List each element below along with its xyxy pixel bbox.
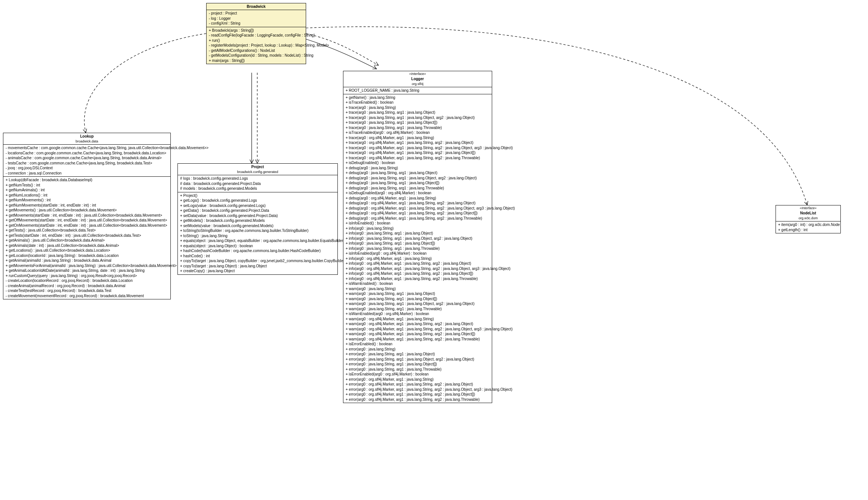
- class-lookup: Lookup broadwick.data - movementsCache :…: [3, 133, 171, 299]
- member-row: + getOnMovements(startDate : int, endDat…: [6, 223, 168, 228]
- member-row: + getLogs() : broadwick.config.generated…: [180, 198, 335, 203]
- methods-section: + Project()+ getLogs() : broadwick.confi…: [178, 192, 337, 274]
- member-row: + info(arg0 : java.lang.String, arg1 : j…: [346, 241, 490, 246]
- member-row: + error(arg0 : java.lang.String, arg1 : …: [346, 367, 490, 372]
- member-row: + isTraceEnabled() : boolean: [346, 100, 490, 105]
- member-row: + trace(arg0 : org.slf4j.Marker, arg1 : …: [346, 155, 490, 161]
- member-row: - testsCache : com.google.common.cache.C…: [6, 161, 168, 166]
- class-title: Logger: [343, 76, 492, 82]
- member-row: + isTraceEnabled(arg0 : org.slf4j.Marker…: [346, 130, 490, 135]
- member-row: + trace(arg0 : java.lang.String): [346, 105, 490, 110]
- interface-logger: «Interface» Logger org.slf4j + ROOT_LOGG…: [343, 71, 492, 403]
- member-row: + warn(arg0 : java.lang.String): [346, 286, 490, 292]
- member-row: + trace(arg0 : org.slf4j.Marker, arg1 : …: [346, 140, 490, 145]
- member-row: # data : broadwick.config.generated.Proj…: [180, 181, 335, 186]
- member-row: - locationsCache : com.google.common.cac…: [6, 151, 168, 156]
- member-row: + hashCode(hashCodeBuilder : org.apache.…: [180, 248, 335, 254]
- member-row: + warn(arg0 : org.slf4j.Marker, arg1 : j…: [346, 337, 490, 342]
- member-row: + trace(arg0 : org.slf4j.Marker, arg1 : …: [346, 145, 490, 151]
- member-row: + getLocation(locationId : java.lang.Str…: [6, 253, 168, 258]
- class-package: broadwick.config.generated: [178, 170, 337, 175]
- member-row: + getNumLocations() : int: [6, 193, 168, 198]
- member-row: + warn(arg0 : java.lang.String, arg1 : j…: [346, 301, 490, 306]
- member-row: + warn(arg0 : java.lang.String, arg1 : j…: [346, 291, 490, 296]
- member-row: - createTest(testRecord : org.jooq.Recor…: [6, 288, 168, 293]
- member-row: - createAnimal(animalRecord : org.jooq.R…: [6, 283, 168, 289]
- member-row: + main(args : String[]): [209, 58, 304, 63]
- class-broadwick: Broadwick - project : Project- log : Log…: [206, 3, 306, 64]
- member-row: + debug(arg0 : org.slf4j.Marker, arg1 : …: [346, 216, 490, 221]
- member-row: + equals(object : java.lang.Object) : bo…: [180, 243, 335, 249]
- stereotype: «Interface»: [776, 205, 840, 210]
- member-row: + debug(arg0 : java.lang.String, arg1 : …: [346, 170, 490, 176]
- interface-nodelist: «Interface» NodeList org.w3c.dom + item(…: [776, 205, 841, 233]
- member-row: + info(arg0 : java.lang.String, arg1 : j…: [346, 231, 490, 236]
- member-row: + setData(value : broadwick.config.gener…: [180, 213, 335, 218]
- member-row: + error(arg0 : java.lang.String, arg1 : …: [346, 362, 490, 367]
- member-row: - getAllModelConfigurations() : NodeList: [209, 48, 304, 53]
- member-row: + createCopy() : java.lang.Object: [180, 268, 335, 274]
- member-row: + getMovements(startDate : int, endDate …: [6, 213, 168, 218]
- member-row: + getTests() : java.util.Collection<broa…: [6, 228, 168, 233]
- member-row: # models : broadwick.config.generated.Mo…: [180, 186, 335, 191]
- methods-section: + Broadwick(args : String[])- readConfig…: [207, 27, 306, 64]
- member-row: + info(arg0 : java.lang.String, arg1 : j…: [346, 246, 490, 251]
- member-row: + equals(object : java.lang.Object, equa…: [180, 238, 335, 243]
- member-row: + warn(arg0 : org.slf4j.Marker, arg1 : j…: [346, 331, 490, 337]
- member-row: + info(arg0 : java.lang.String): [346, 226, 490, 231]
- fields-section: # logs : broadwick.config.generated.Logs…: [178, 175, 337, 192]
- member-row: + trace(arg0 : java.lang.String, arg1 : …: [346, 110, 490, 115]
- methods-section: + Lookup(dbFacade : broadwick.data.Datab…: [3, 176, 170, 299]
- member-row: + debug(arg0 : java.lang.String, arg1 : …: [346, 186, 490, 191]
- member-row: - connection : java.sql.Connection: [6, 171, 168, 176]
- member-row: + debug(arg0 : org.slf4j.Marker, arg1 : …: [346, 196, 490, 201]
- member-row: + debug(arg0 : java.lang.String, arg1 : …: [346, 180, 490, 186]
- member-row: + isWarnEnabled(arg0 : org.slf4j.Marker)…: [346, 311, 490, 317]
- methods-section: + getName() : java.lang.String+ isTraceE…: [343, 94, 492, 403]
- member-row: + runCustomQuery(query : java.lang.Strin…: [6, 273, 168, 279]
- member-row: + Project(): [180, 193, 335, 198]
- member-row: + info(arg0 : org.slf4j.Marker, arg1 : j…: [346, 276, 490, 282]
- class-title: Lookup: [3, 133, 170, 139]
- member-row: # logs : broadwick.config.generated.Logs: [180, 176, 335, 181]
- methods-section: + item(arg0 : int) : org.w3c.dom.Node+ g…: [776, 221, 840, 233]
- member-row: - registerModels(project : Project, look…: [209, 43, 304, 48]
- member-row: + isDebugEnabled() : boolean: [346, 160, 490, 166]
- member-row: - log : Logger: [209, 16, 304, 21]
- member-row: + getTests(startDate : int, endDate : in…: [6, 233, 168, 238]
- member-row: + getData() : broadwick.config.generated…: [180, 208, 335, 213]
- member-row: + trace(arg0 : java.lang.String, arg1 : …: [346, 115, 490, 120]
- member-row: + run(): [209, 38, 304, 43]
- member-row: + error(arg0 : org.slf4j.Marker, arg1 : …: [346, 377, 490, 382]
- member-row: + warn(arg0 : java.lang.String, arg1 : j…: [346, 296, 490, 302]
- member-row: + ROOT_LOGGER_NAME : java.lang.String: [346, 88, 490, 93]
- member-row: + getNumTests() : int: [6, 183, 168, 188]
- member-row: + getAnimals() : java.util.Collection<br…: [6, 238, 168, 243]
- member-row: + trace(arg0 : org.slf4j.Marker, arg1 : …: [346, 150, 490, 155]
- member-row: + error(arg0 : org.slf4j.Marker, arg1 : …: [346, 387, 490, 392]
- member-row: + toString() : java.lang.String: [180, 233, 335, 239]
- member-row: + isWarnEnabled() : boolean: [346, 281, 490, 286]
- member-row: + debug(arg0 : org.slf4j.Marker, arg1 : …: [346, 201, 490, 206]
- member-row: + error(arg0 : java.lang.String, arg1 : …: [346, 357, 490, 362]
- member-row: + warn(arg0 : java.lang.String, arg1 : j…: [346, 306, 490, 312]
- member-row: + setLogs(value : broadwick.config.gener…: [180, 203, 335, 208]
- fields-section: + ROOT_LOGGER_NAME : java.lang.String: [343, 87, 492, 94]
- member-row: + error(arg0 : java.lang.String, arg1 : …: [346, 352, 490, 357]
- member-row: + trace(arg0 : org.slf4j.Marker, arg1 : …: [346, 135, 490, 141]
- member-row: + setModels(value : broadwick.config.gen…: [180, 223, 335, 229]
- member-row: + getAnimal(animalId : java.lang.String)…: [6, 258, 168, 263]
- member-row: + error(arg0 : org.slf4j.Marker, arg1 : …: [346, 392, 490, 397]
- member-row: + info(arg0 : java.lang.String, arg1 : j…: [346, 236, 490, 241]
- class-package: broadwick.data: [3, 139, 170, 144]
- member-row: - getModelsConfiguration(id : String, mo…: [209, 53, 304, 58]
- member-row: + error(arg0 : org.slf4j.Marker, arg1 : …: [346, 397, 490, 402]
- member-row: + info(arg0 : org.slf4j.Marker, arg1 : j…: [346, 266, 490, 271]
- member-row: - animalsCache : com.google.common.cache…: [6, 155, 168, 161]
- member-row: + isInfoEnabled() : boolean: [346, 221, 490, 226]
- member-row: + trace(arg0 : java.lang.String, arg1 : …: [346, 125, 490, 130]
- member-row: + debug(arg0 : java.lang.String, arg1 : …: [346, 176, 490, 181]
- member-row: - project : Project: [209, 11, 304, 16]
- member-row: + warn(arg0 : org.slf4j.Marker, arg1 : j…: [346, 317, 490, 322]
- member-row: + debug(arg0 : org.slf4j.Marker, arg1 : …: [346, 206, 490, 211]
